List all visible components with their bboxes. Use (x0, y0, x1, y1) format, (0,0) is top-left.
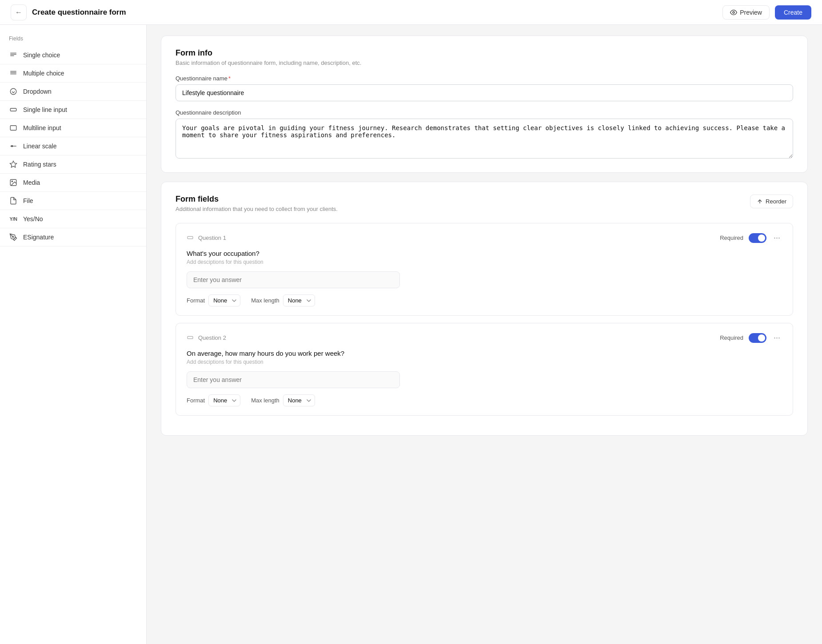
question-2-required-toggle[interactable] (749, 333, 766, 343)
question-1-required-toggle[interactable] (749, 233, 766, 243)
questionnaire-name-input[interactable] (176, 84, 793, 101)
question-card-2: Question 2 Required ··· On average, how … (176, 323, 793, 416)
form-fields-header-text: Form fields Additional information that … (176, 195, 338, 212)
question-1-maxlength-group: Max length None (251, 294, 315, 306)
question-1-description: Add desciptions for this question (187, 259, 782, 265)
form-info-title: Form info (176, 48, 793, 58)
question-2-maxlength-group: Max length None (251, 394, 315, 406)
rating-stars-icon (9, 160, 18, 169)
question-2-type-icon (187, 334, 195, 342)
back-button[interactable]: ← (11, 4, 27, 20)
question-1-maxlength-label: Max length (251, 297, 279, 304)
svg-point-7 (10, 88, 16, 95)
question-1-title: What's your occupation? (187, 250, 782, 257)
reorder-label: Reorder (766, 198, 786, 205)
header: ← Create questionnaire form Preview Crea… (0, 0, 822, 25)
sidebar-item-media[interactable]: Media (0, 174, 146, 192)
linear-scale-icon (9, 142, 18, 151)
questionnaire-name-label: Questionnaire name* (176, 75, 793, 82)
header-right: Preview Create (722, 5, 811, 20)
question-2-meta-label: Question 2 (198, 334, 226, 341)
main-content: Form info Basic information of questionn… (147, 25, 822, 644)
question-1-maxlength-select[interactable]: None (283, 294, 315, 306)
sidebar-item-linear-scale[interactable]: Linear scale (0, 137, 146, 155)
preview-label: Preview (740, 9, 762, 16)
required-star: * (228, 75, 231, 82)
multiple-choice-icon (9, 69, 18, 78)
question-1-controls: Required ··· (720, 232, 782, 243)
esignature-icon (9, 233, 18, 242)
create-button[interactable]: Create (775, 5, 811, 20)
page-title: Create questionnaire form (32, 8, 126, 17)
sidebar-item-label: File (23, 197, 33, 204)
svg-point-0 (733, 12, 734, 13)
sidebar-item-label: Rating stars (23, 161, 56, 168)
reorder-icon (757, 199, 763, 205)
question-2-required-label: Required (720, 334, 743, 341)
question-2-maxlength-select[interactable]: None (283, 394, 315, 406)
sidebar-item-esignature[interactable]: ESignature (0, 228, 146, 246)
question-2-options: Format None Max length None (187, 394, 782, 406)
svg-rect-18 (188, 336, 193, 338)
svg-rect-17 (188, 236, 193, 239)
question-1-required-label: Required (720, 235, 743, 241)
sidebar-item-multiline-input[interactable]: Multiline input (0, 119, 146, 137)
question-card-1: Question 1 Required ··· What's your occu… (176, 223, 793, 316)
question-2-format-group: Format None (187, 394, 240, 406)
questionnaire-description-input[interactable]: Your goals are pivotal in guiding your f… (176, 119, 793, 159)
svg-rect-8 (10, 108, 16, 111)
question-2-format-label: Format (187, 397, 205, 404)
question-2-format-select[interactable]: None (208, 394, 240, 406)
question-1-options: Format None Max length None (187, 294, 782, 306)
question-1-format-select[interactable]: None (208, 294, 240, 306)
sidebar-item-file[interactable]: File (0, 192, 146, 210)
sidebar-item-rating-stars[interactable]: Rating stars (0, 155, 146, 174)
svg-point-14 (12, 181, 12, 182)
sidebar: Fields Single choice Multiple choice Dro… (0, 25, 147, 644)
sidebar-item-dropdown[interactable]: Dropdown (0, 83, 146, 101)
file-icon (9, 196, 18, 205)
sidebar-item-single-choice[interactable]: Single choice (0, 46, 146, 64)
media-icon (9, 178, 18, 187)
question-1-type-icon (187, 234, 195, 242)
svg-marker-12 (10, 161, 17, 167)
question-1-header: Question 1 Required ··· (187, 232, 782, 243)
sidebar-item-label: Multiple choice (23, 70, 64, 77)
question-2-more-button[interactable]: ··· (772, 332, 782, 343)
sidebar-item-label: Single line input (23, 106, 67, 113)
preview-button[interactable]: Preview (722, 5, 770, 20)
sidebar-item-yes-no[interactable]: Y/N Yes/No (0, 210, 146, 228)
dropdown-icon (9, 87, 18, 96)
sidebar-item-label: Dropdown (23, 88, 52, 95)
layout: Fields Single choice Multiple choice Dro… (0, 25, 822, 644)
multiline-icon (9, 123, 18, 132)
question-1-meta-label: Question 1 (198, 235, 226, 241)
svg-rect-9 (10, 126, 16, 131)
eye-icon (730, 9, 737, 16)
sidebar-item-label: Yes/No (23, 215, 43, 223)
svg-point-11 (12, 146, 13, 147)
sidebar-item-single-line-input[interactable]: Single line input (0, 101, 146, 119)
sidebar-section-label: Fields (0, 32, 146, 46)
question-2-meta: Question 2 (187, 334, 226, 342)
question-2-controls: Required ··· (720, 332, 782, 343)
question-2-maxlength-label: Max length (251, 397, 279, 404)
back-icon: ← (15, 8, 22, 16)
svg-point-15 (12, 236, 14, 238)
reorder-button[interactable]: Reorder (750, 195, 793, 208)
question-1-format-group: Format None (187, 294, 240, 306)
sidebar-item-label: Multiline input (23, 124, 61, 131)
sidebar-item-multiple-choice[interactable]: Multiple choice (0, 64, 146, 83)
question-2-answer-input[interactable] (187, 371, 400, 388)
question-1-answer-input[interactable] (187, 271, 400, 288)
single-choice-icon (9, 51, 18, 60)
question-2-description: Add desciptions for this question (187, 359, 782, 365)
form-info-card: Form info Basic information of questionn… (161, 36, 808, 173)
form-fields-title: Form fields (176, 195, 338, 204)
question-1-more-button[interactable]: ··· (772, 232, 782, 243)
form-info-subtitle: Basic information of questionnaire form,… (176, 60, 793, 66)
sidebar-item-label: Single choice (23, 52, 60, 59)
sidebar-item-label: Media (23, 179, 40, 186)
sidebar-item-label: Linear scale (23, 143, 57, 150)
form-fields-card: Form fields Additional information that … (161, 182, 808, 436)
